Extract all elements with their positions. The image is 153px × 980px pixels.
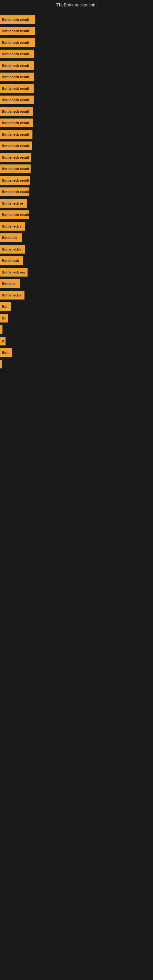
bar-label: Bottleneck r bbox=[2, 224, 21, 228]
bar-item: Bottleneck bbox=[0, 256, 23, 265]
bar-label: Bo bbox=[2, 317, 6, 320]
bar-item bbox=[0, 325, 2, 334]
bar-label: Bottleneck re bbox=[2, 202, 23, 205]
bar-item: Bottleneck result bbox=[0, 95, 33, 104]
bar-label: Bottleneck result bbox=[2, 156, 29, 159]
bar-item bbox=[0, 360, 2, 368]
bar-item: Bottleneck r bbox=[0, 245, 25, 254]
bar-label: Bottleneck result bbox=[2, 98, 29, 102]
bar-item: Bottleneck result bbox=[0, 153, 31, 162]
bar-item: Bottleneck result bbox=[0, 38, 35, 47]
bar-item: Bottleneck result bbox=[0, 130, 32, 139]
bar-label: Bottleneck result bbox=[2, 87, 29, 90]
bar-label: Bottleneck bbox=[2, 259, 19, 262]
bar-item: Bottleneck result bbox=[0, 142, 32, 150]
bar-item: Bottleneck result bbox=[0, 164, 30, 173]
bar-label: B bbox=[2, 339, 4, 343]
bar-item: Bottleneck result bbox=[0, 210, 29, 219]
bar-label: Bottleneck result bbox=[2, 178, 29, 182]
bar-label: Bottleneck r bbox=[2, 293, 21, 297]
bar-label: Bottleneck result bbox=[2, 64, 29, 67]
bar-label: Bottleneck result bbox=[2, 18, 29, 21]
bar-label: Bottleneck res bbox=[2, 270, 25, 274]
bar-label: Bottleneck result bbox=[2, 41, 29, 45]
bar-label: Bottleneck result bbox=[2, 190, 29, 194]
bar-item: Bottleneck result bbox=[0, 61, 34, 70]
bar-item: B bbox=[0, 337, 5, 345]
bar-item: Bo bbox=[0, 314, 8, 323]
bar-item: Bottleneck result bbox=[0, 107, 33, 116]
bar-label: Bottleneck result bbox=[2, 144, 29, 148]
bar-item: Bottlene bbox=[0, 279, 20, 288]
bar-item: Bottleneck r bbox=[0, 291, 24, 299]
bar-label: Bottleneck result bbox=[2, 121, 29, 125]
bar-item: Bottleneck result bbox=[0, 73, 34, 81]
bar-label: Bottleneck result bbox=[2, 52, 29, 56]
site-title-text: TheBottlenecker.com bbox=[56, 2, 97, 7]
bar-label: Bott bbox=[2, 351, 9, 354]
site-title: TheBottlenecker.com bbox=[0, 0, 153, 10]
bar-label: Bottleneck result bbox=[2, 167, 29, 170]
bar-item: Bottleneck res bbox=[0, 268, 27, 277]
bar-label: Bottlene bbox=[2, 282, 15, 285]
bar-item: Bottleneck result bbox=[0, 119, 33, 127]
bar-label: Bottleneck r bbox=[2, 247, 21, 251]
bar-item: Bottleneck result bbox=[0, 27, 35, 35]
bar-item: Bottleneck r bbox=[0, 222, 25, 231]
bar-label: Bottlenec bbox=[2, 236, 17, 240]
bar-label: Bottleneck result bbox=[2, 29, 29, 33]
bar-label: Bottleneck result bbox=[2, 110, 29, 113]
bar-item: Bottleneck result bbox=[0, 84, 33, 93]
bar-item: Bottleneck re bbox=[0, 199, 27, 208]
chart-area: Bottleneck resultBottleneck resultBottle… bbox=[0, 10, 153, 975]
bar-item: Bottlenec bbox=[0, 233, 22, 242]
bar-item: Bottleneck result bbox=[0, 49, 34, 58]
bar-item: Bottleneck result bbox=[0, 188, 29, 196]
bar-item: Bottleneck result bbox=[0, 176, 30, 185]
bar-item: Bot bbox=[0, 302, 11, 311]
bar-item: Bott bbox=[0, 348, 12, 357]
bar-label: Bottleneck result bbox=[2, 133, 29, 136]
bar-item: Bottleneck result bbox=[0, 15, 35, 24]
bar-label: Bottleneck result bbox=[2, 75, 29, 79]
bar-label: Bot bbox=[2, 305, 7, 309]
bar-label: Bottleneck result bbox=[2, 213, 29, 216]
